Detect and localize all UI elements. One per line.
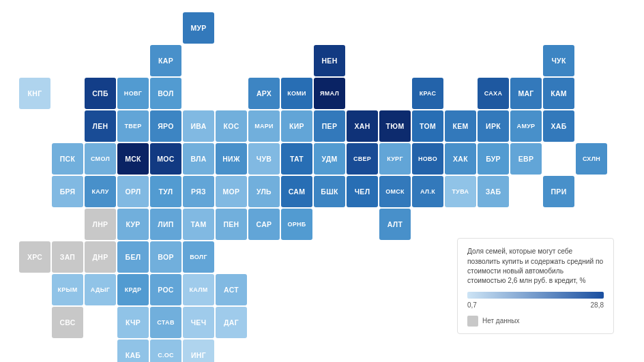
cell-КРЫМ: КРЫМ	[52, 274, 83, 305]
cell-ЧУК: ЧУК	[543, 45, 574, 76]
cell-КАЛУ: КАЛУ	[85, 176, 116, 207]
cell-БРЯ: БРЯ	[52, 176, 83, 207]
cell-МУР: МУР	[183, 12, 214, 44]
cell-ТВЕР: ТВЕР	[117, 110, 149, 142]
cell-ЧУВ: ЧУВ	[248, 143, 280, 175]
cell-КНГ: КНГ	[19, 78, 50, 109]
cell-КРАС: КРАС	[412, 78, 443, 109]
cell-ПРИ: ПРИ	[543, 176, 574, 207]
cell-ТОМ: ТОМ	[412, 110, 443, 142]
cell-КАБ: КАБ	[117, 340, 149, 362]
cell-ПЕН: ПЕН	[216, 209, 247, 240]
cell-АРХ: АРХ	[248, 78, 280, 109]
cell-КАЛМ: КАЛМ	[183, 274, 214, 305]
cell-АМУР: АМУР	[510, 110, 542, 142]
cell-ХАК: ХАК	[445, 143, 476, 175]
cell-НИЖ: НИЖ	[216, 143, 247, 175]
cell-РОС: РОС	[150, 274, 181, 305]
cell-УЛЬ: УЛЬ	[248, 176, 280, 207]
cell-МОС: МОС	[150, 143, 181, 175]
cell-АСТ: АСТ	[216, 274, 247, 305]
cell-ЛНР: ЛНР	[85, 209, 116, 240]
cell-ТАТ: ТАТ	[281, 143, 312, 175]
cell-ЧЕЛ: ЧЕЛ	[347, 176, 378, 207]
cell-КЕМ: КЕМ	[445, 110, 476, 142]
cell-ВОЛГ: ВОЛГ	[183, 241, 214, 273]
cell-ЕВР: ЕВР	[510, 143, 542, 175]
cell-СМОЛ: СМОЛ	[85, 143, 116, 175]
cell-КУРГ: КУРГ	[379, 143, 411, 175]
nodata-box	[467, 316, 478, 327]
cell-ВОЛ: ВОЛ	[150, 78, 181, 109]
cell-ХРС: ХРС	[19, 241, 50, 273]
cell-НЕН: НЕН	[314, 45, 345, 76]
cell-МСК: МСК	[117, 143, 149, 175]
legend-nodata: Нет данных	[467, 316, 604, 327]
cell-ТАМ: ТАМ	[183, 209, 214, 240]
cell-С.ОС: С.ОС	[150, 340, 181, 362]
cell-КОМИ: КОМИ	[281, 78, 312, 109]
cell-КУР: КУР	[117, 209, 149, 240]
cell-СХЛН: СХЛН	[576, 143, 607, 175]
cell-БУР: БУР	[478, 143, 509, 175]
cell-КИР: КИР	[281, 110, 312, 142]
cell-ДНР: ДНР	[85, 241, 116, 273]
cell-АЛ.К: АЛ.К	[412, 176, 443, 207]
nodata-label: Нет данных	[482, 316, 519, 327]
cell-ИРК: ИРК	[478, 110, 509, 142]
cell-АЛТ: АЛТ	[379, 209, 411, 240]
cell-ЯМАЛ: ЯМАЛ	[314, 78, 345, 109]
cell-МАГ: МАГ	[510, 78, 542, 109]
cell-КАР: КАР	[150, 45, 181, 76]
cell-АДЫГ: АДЫГ	[85, 274, 116, 305]
legend-labels: 0,7 28,8	[467, 301, 604, 311]
legend-min: 0,7	[467, 301, 477, 311]
legend-max: 28,8	[591, 301, 604, 311]
map-container: МУРКАРНЕНЧУККНГСПБНОВГВОЛАРХКОМИЯМАЛКРАС…	[7, 7, 634, 355]
cell-ТЮМ: ТЮМ	[379, 110, 411, 142]
cell-ОМСК: ОМСК	[379, 176, 411, 207]
cell-САХА: САХА	[478, 78, 509, 109]
cell-ПСК: ПСК	[52, 143, 83, 175]
cell-ПЕР: ПЕР	[314, 110, 345, 142]
legend: Доля семей, которые могут себе позволить…	[457, 238, 614, 334]
cell-СВЕР: СВЕР	[347, 143, 378, 175]
cell-ЗАБ: ЗАБ	[478, 176, 509, 207]
cell-МАРИ: МАРИ	[248, 110, 280, 142]
cell-УДМ: УДМ	[314, 143, 345, 175]
cell-ВЛА: ВЛА	[183, 143, 214, 175]
cell-ИВА: ИВА	[183, 110, 214, 142]
cell-КЧР: КЧР	[117, 307, 149, 338]
cell-ЗАП: ЗАП	[52, 241, 83, 273]
cell-ОРНБ: ОРНБ	[281, 209, 312, 240]
legend-bar	[467, 292, 604, 299]
legend-title: Доля семей, которые могут себе позволить…	[467, 247, 604, 286]
cell-САМ: САМ	[281, 176, 312, 207]
cell-ЛИП: ЛИП	[150, 209, 181, 240]
cell-РЯЗ: РЯЗ	[183, 176, 214, 207]
cell-САР: САР	[248, 209, 280, 240]
cell-БЕЛ: БЕЛ	[117, 241, 149, 273]
cell-СТАВ: СТАВ	[150, 307, 181, 338]
cell-ЧЕЧ: ЧЕЧ	[183, 307, 214, 338]
cell-НОВО: НОВО	[412, 143, 443, 175]
cell-НОВГ: НОВГ	[117, 78, 149, 109]
cell-СВС: СВС	[52, 307, 83, 338]
cell-МОР: МОР	[216, 176, 247, 207]
cell-ИНГ: ИНГ	[183, 340, 214, 362]
cell-ЛЕН: ЛЕН	[85, 110, 116, 142]
cell-ЯРО: ЯРО	[150, 110, 181, 142]
cell-БШК: БШК	[314, 176, 345, 207]
cell-ТУВА: ТУВА	[445, 176, 476, 207]
cell-ХАБ: ХАБ	[543, 110, 574, 142]
cell-СПБ: СПБ	[85, 78, 116, 109]
cell-ХАН: ХАН	[347, 110, 378, 142]
cell-ВОР: ВОР	[150, 241, 181, 273]
cell-КОС: КОС	[216, 110, 247, 142]
cell-КРДР: КРДР	[117, 274, 149, 305]
cell-ТУЛ: ТУЛ	[150, 176, 181, 207]
cell-ДАГ: ДАГ	[216, 307, 247, 338]
cell-КАМ: КАМ	[543, 78, 574, 109]
cell-ОРЛ: ОРЛ	[117, 176, 149, 207]
